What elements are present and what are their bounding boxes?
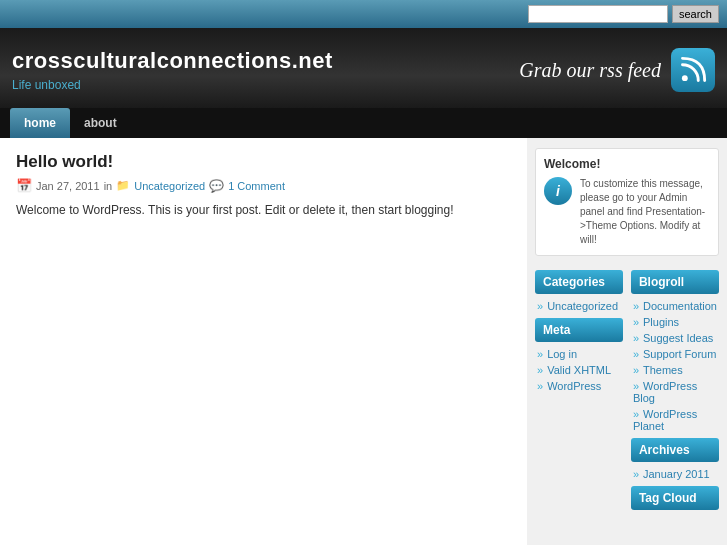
meta-xhtml[interactable]: Valid XHTML bbox=[547, 364, 611, 376]
rss-area[interactable]: Grab our rss feed bbox=[519, 48, 715, 92]
post-in-label: in bbox=[104, 180, 113, 192]
sidebar-columns: Categories Uncategorized Meta Log in Val… bbox=[535, 270, 719, 514]
list-item: Uncategorized bbox=[537, 298, 621, 314]
list-item: Suggest Ideas bbox=[633, 330, 717, 346]
archives-heading: Archives bbox=[631, 438, 719, 462]
list-item: Valid XHTML bbox=[537, 362, 621, 378]
post-title: Hello world! bbox=[16, 152, 511, 172]
archive-link-0[interactable]: January 2011 bbox=[643, 468, 710, 480]
categories-section: Categories Uncategorized bbox=[535, 270, 623, 314]
search-form[interactable]: search bbox=[528, 5, 719, 23]
blogroll-link-2[interactable]: Suggest Ideas bbox=[643, 332, 713, 344]
search-input[interactable] bbox=[528, 5, 668, 23]
list-item: WordPress Planet bbox=[633, 406, 717, 434]
rss-icon[interactable] bbox=[671, 48, 715, 92]
main-layout: Hello world! 📅 Jan 27, 2011 in 📁 Uncateg… bbox=[0, 138, 727, 545]
list-item: Plugins bbox=[633, 314, 717, 330]
folder-icon: 📁 bbox=[116, 179, 130, 192]
archives-section: Archives January 2011 bbox=[631, 438, 719, 482]
post-comment-count[interactable]: 1 Comment bbox=[228, 180, 285, 192]
list-item: Themes bbox=[633, 362, 717, 378]
categories-heading: Categories bbox=[535, 270, 623, 294]
categories-col: Categories Uncategorized Meta Log in Val… bbox=[535, 270, 623, 514]
sidebar: Welcome! i To customize this message, pl… bbox=[527, 138, 727, 545]
list-item: Support Forum bbox=[633, 346, 717, 362]
meta-section: Meta Log in Valid XHTML WordPress bbox=[535, 318, 623, 394]
blogroll-list: Documentation Plugins Suggest Ideas Supp… bbox=[631, 298, 719, 434]
post-meta: 📅 Jan 27, 2011 in 📁 Uncategorized 💬 1 Co… bbox=[16, 178, 511, 193]
comment-icon: 💬 bbox=[209, 179, 224, 193]
content-area: Hello world! 📅 Jan 27, 2011 in 📁 Uncateg… bbox=[0, 138, 527, 545]
list-item: Documentation bbox=[633, 298, 717, 314]
site-info: crossculturalconnections.net Life unboxe… bbox=[12, 48, 333, 92]
meta-wp[interactable]: WordPress bbox=[547, 380, 601, 392]
post: Hello world! 📅 Jan 27, 2011 in 📁 Uncateg… bbox=[16, 152, 511, 219]
meta-heading: Meta bbox=[535, 318, 623, 342]
blogroll-heading: Blogroll bbox=[631, 270, 719, 294]
info-icon: i bbox=[544, 177, 572, 205]
blogroll-link-6[interactable]: WordPress Planet bbox=[633, 408, 697, 432]
list-item: WordPress Blog bbox=[633, 378, 717, 406]
post-category[interactable]: Uncategorized bbox=[134, 180, 205, 192]
welcome-box: Welcome! i To customize this message, pl… bbox=[535, 148, 719, 256]
category-link[interactable]: Uncategorized bbox=[547, 300, 618, 312]
archives-list: January 2011 bbox=[631, 466, 719, 482]
post-date: Jan 27, 2011 bbox=[36, 180, 100, 192]
header: crossculturalconnections.net Life unboxe… bbox=[0, 28, 727, 108]
tagcloud-section: Tag Cloud bbox=[631, 486, 719, 510]
calendar-icon: 📅 bbox=[16, 178, 32, 193]
meta-login[interactable]: Log in bbox=[547, 348, 577, 360]
top-bar: search bbox=[0, 0, 727, 28]
blogroll-link-3[interactable]: Support Forum bbox=[643, 348, 716, 360]
meta-list: Log in Valid XHTML WordPress bbox=[535, 346, 623, 394]
rss-svg-icon bbox=[679, 56, 707, 84]
welcome-title: Welcome! bbox=[544, 157, 710, 171]
rss-label: Grab our rss feed bbox=[519, 59, 661, 82]
svg-point-0 bbox=[682, 75, 688, 81]
post-content: Welcome to WordPress. This is your first… bbox=[16, 201, 511, 219]
blogroll-link-4[interactable]: Themes bbox=[643, 364, 683, 376]
nav-home[interactable]: home bbox=[10, 108, 70, 138]
list-item: Log in bbox=[537, 346, 621, 362]
list-item: WordPress bbox=[537, 378, 621, 394]
blogroll-col: Blogroll Documentation Plugins Suggest I… bbox=[631, 270, 719, 514]
site-title: crossculturalconnections.net bbox=[12, 48, 333, 74]
blogroll-link-1[interactable]: Plugins bbox=[643, 316, 679, 328]
categories-list: Uncategorized bbox=[535, 298, 623, 314]
search-button[interactable]: search bbox=[672, 5, 719, 23]
tagcloud-heading: Tag Cloud bbox=[631, 486, 719, 510]
blogroll-link-5[interactable]: WordPress Blog bbox=[633, 380, 697, 404]
nav: home about bbox=[0, 108, 727, 138]
site-tagline: Life unboxed bbox=[12, 78, 333, 92]
welcome-text: To customize this message, please go to … bbox=[580, 177, 710, 247]
blogroll-section: Blogroll Documentation Plugins Suggest I… bbox=[631, 270, 719, 434]
nav-about[interactable]: about bbox=[70, 108, 131, 138]
blogroll-link-0[interactable]: Documentation bbox=[643, 300, 717, 312]
welcome-inner: i To customize this message, please go t… bbox=[544, 177, 710, 247]
list-item: January 2011 bbox=[633, 466, 717, 482]
